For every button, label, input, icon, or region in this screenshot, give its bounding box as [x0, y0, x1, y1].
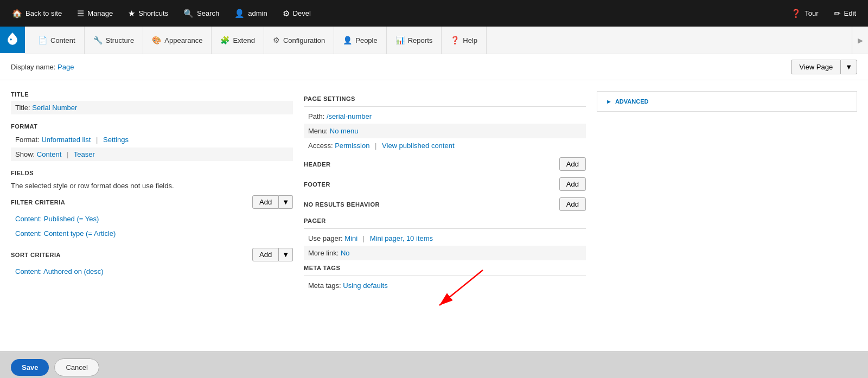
meta-tags-value-link[interactable]: Using defaults — [343, 281, 387, 290]
tour-link[interactable]: ❓ Tour — [783, 0, 826, 27]
filter-item-1: Content: Published (= Yes) — [11, 212, 293, 226]
nav-help[interactable]: ❓ Help — [442, 27, 487, 54]
footer-section: Footer Add — [304, 173, 586, 193]
footer-add-button[interactable]: Add — [559, 177, 586, 191]
question-icon: ❓ — [791, 9, 801, 18]
header-section: Header Add — [304, 153, 586, 173]
filter-item-1-link[interactable]: Content: Published (= Yes) — [15, 215, 99, 223]
home-icon: 🏠 — [12, 9, 22, 18]
nav-structure[interactable]: 🔧 Structure — [85, 27, 144, 54]
settings-link[interactable]: Settings — [103, 136, 129, 144]
edit-link[interactable]: ✏ Edit — [826, 0, 864, 27]
right-panel: ► Advanced — [597, 91, 857, 341]
nav-people[interactable]: 👤 People — [334, 27, 386, 54]
search-link[interactable]: 🔍 Search — [176, 0, 227, 27]
search-icon: 🔍 — [183, 9, 194, 18]
header-add-button[interactable]: Add — [559, 157, 586, 171]
menu-row: Menu: No menu — [304, 124, 586, 138]
filter-item-2: Content: Content type (= Article) — [11, 227, 293, 240]
sort-item-1-link[interactable]: Content: Authored on (desc) — [15, 267, 104, 276]
back-to-site-link[interactable]: 🏠 Back to site — [4, 0, 69, 27]
page-header: Display name: Page View Page ▼ — [0, 54, 868, 80]
filter-criteria-header: Filter Criteria Add ▼ — [11, 195, 293, 209]
advanced-toggle[interactable]: ► Advanced — [606, 98, 848, 105]
filter-criteria-title: Filter Criteria — [11, 199, 65, 206]
nav-right-toggle[interactable]: ▶ — [852, 27, 868, 54]
menu-icon: ☰ — [77, 9, 84, 18]
format-value-link[interactable]: Unformatted list — [41, 136, 91, 144]
configuration-icon: ⚙ — [273, 36, 280, 44]
fields-section-header: Fields — [11, 170, 293, 176]
access-permission-link[interactable]: Permission — [335, 142, 369, 150]
extend-icon: 🧩 — [220, 36, 229, 44]
meta-tags-row: Meta tags: Using defaults — [304, 278, 586, 293]
more-link-value-link[interactable]: No — [341, 249, 350, 257]
left-panel: Title Title: Serial Number Format Format… — [11, 91, 293, 341]
nav-appearance[interactable]: 🎨 Appearance — [143, 27, 212, 54]
save-button[interactable]: Save — [11, 359, 49, 376]
advanced-arrow: ► — [606, 98, 612, 105]
format-field-row: Format: Unformatted list | Settings — [11, 133, 293, 146]
nav-reports[interactable]: 📊 Reports — [387, 27, 442, 54]
show-field-row: Show: Content | Teaser — [11, 148, 293, 161]
nav-configuration[interactable]: ⚙ Configuration — [264, 27, 334, 54]
middle-panel: Page Settings Path: /serial-number Menu:… — [293, 91, 597, 341]
nav-content[interactable]: 📄 Content — [29, 27, 85, 54]
view-page-button-group: View Page ▼ — [791, 60, 857, 74]
pager-mini-link[interactable]: Mini — [344, 234, 358, 242]
main-content: Title Title: Serial Number Format Format… — [0, 80, 868, 351]
no-results-add-button[interactable]: Add — [559, 197, 586, 211]
menu-value-link[interactable]: No menu — [330, 127, 359, 135]
sort-criteria-title: Sort Criteria — [11, 252, 61, 258]
appearance-icon: 🎨 — [152, 36, 161, 44]
title-field-row: Title: Serial Number — [11, 101, 293, 114]
filter-item-2-link[interactable]: Content: Content type (= Article) — [15, 229, 116, 238]
gear-icon: ⚙ — [283, 9, 290, 18]
advanced-box: ► Advanced — [597, 91, 857, 112]
title-value-link[interactable]: Serial Number — [32, 104, 77, 112]
more-link-row: More link: No — [304, 246, 586, 260]
view-page-button[interactable]: View Page — [791, 60, 841, 74]
path-value-link[interactable]: /serial-number — [327, 112, 372, 120]
pager-mini10-link[interactable]: Mini pager, 10 items — [370, 234, 433, 242]
shortcuts-link[interactable]: ★ Shortcuts — [120, 0, 176, 27]
drupal-logo[interactable] — [0, 27, 25, 53]
pencil-icon: ✏ — [834, 9, 841, 18]
fields-description: The selected style or row format does no… — [11, 180, 293, 192]
meta-tags-section: Meta Tags — [304, 260, 586, 276]
format-section-header: Format — [11, 123, 293, 130]
filter-add-btn-group: Add ▼ — [252, 195, 293, 209]
devel-link[interactable]: ⚙ Devel — [275, 0, 318, 27]
content-icon: 📄 — [38, 36, 47, 44]
bottom-bar: Save Cancel — [0, 351, 868, 378]
page-settings-header: Page Settings — [304, 91, 586, 107]
view-published-link[interactable]: View published content — [382, 142, 454, 150]
title-section-header: Title — [11, 91, 293, 98]
admin-bar: 🏠 Back to site ☰ Manage ★ Shortcuts 🔍 Se… — [0, 0, 868, 27]
show-teaser-link[interactable]: Teaser — [74, 150, 95, 158]
view-page-dropdown[interactable]: ▼ — [841, 60, 857, 74]
nav-extend[interactable]: 🧩 Extend — [212, 27, 264, 54]
nav-bar: 📄 Content 🔧 Structure 🎨 Appearance 🧩 Ext… — [25, 27, 868, 54]
no-results-section: No Results Behavior Add — [304, 193, 586, 213]
display-name-link[interactable]: Page — [58, 63, 74, 71]
user-icon: 👤 — [234, 9, 245, 18]
help-icon: ❓ — [450, 36, 459, 44]
star-icon: ★ — [128, 9, 135, 18]
sort-item-1: Content: Authored on (desc) — [11, 265, 293, 278]
show-content-link[interactable]: Content — [37, 150, 62, 158]
cancel-button[interactable]: Cancel — [54, 358, 99, 376]
admin-user-link[interactable]: 👤 admin — [227, 0, 275, 27]
sort-add-dropdown[interactable]: ▼ — [279, 248, 293, 261]
sort-add-button[interactable]: Add — [252, 248, 279, 261]
reports-icon: 📊 — [395, 36, 405, 44]
display-name: Display name: Page — [11, 63, 74, 71]
manage-menu[interactable]: ☰ Manage — [69, 0, 120, 27]
path-row: Path: /serial-number — [304, 109, 586, 124]
sort-criteria-header: Sort Criteria Add ▼ — [11, 248, 293, 261]
use-pager-row: Use pager: Mini | Mini pager, 10 items — [304, 231, 586, 246]
structure-icon: 🔧 — [93, 36, 103, 44]
filter-add-dropdown[interactable]: ▼ — [279, 195, 293, 209]
pager-section: Pager — [304, 213, 586, 229]
filter-add-button[interactable]: Add — [252, 195, 279, 209]
